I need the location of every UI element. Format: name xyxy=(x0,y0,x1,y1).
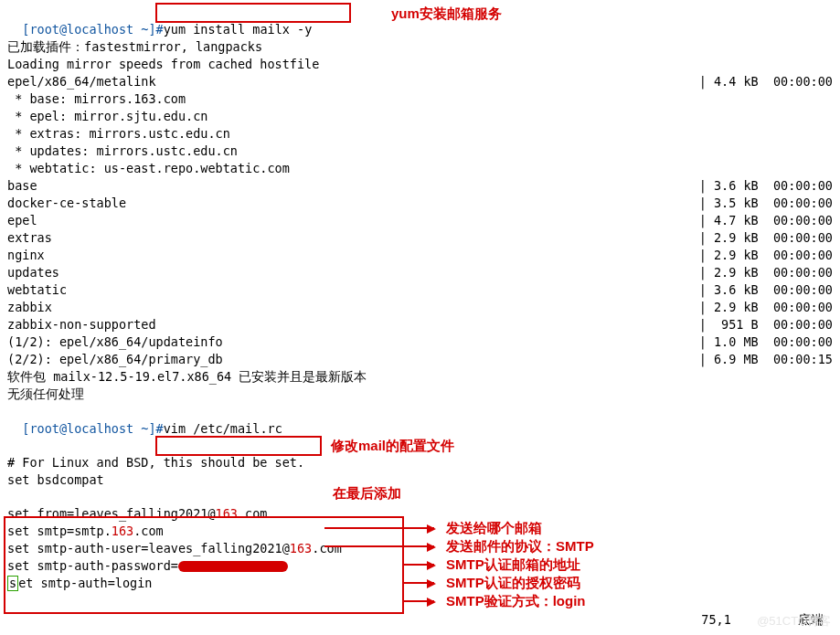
explain-pass: SMTP认证的授权密码 xyxy=(446,574,580,591)
explain-from: 发送给哪个邮箱 xyxy=(446,519,542,536)
repo-row: (2/2): epel/x86_64/primary_db| 6.9 MB 00… xyxy=(7,351,833,368)
prompt-line-2: [root@localhost ~]#vim /etc/mail.rc xyxy=(7,403,833,438)
out-plugins: 已加载插件：fastestmirror, langpacks xyxy=(7,38,833,56)
vim-comment: # For Linux and BSD, this should be set. xyxy=(7,454,833,471)
prompt-hash: # xyxy=(156,22,164,37)
anno-vim: 修改mail的配置文件 xyxy=(331,437,454,454)
prompt-user: [root@localhost ~] xyxy=(22,421,155,436)
mirror-line: * updates: mirrors.ustc.edu.cn xyxy=(7,143,833,160)
vim-cursor: s xyxy=(7,576,18,591)
repo-row: webtatic| 3.6 kB 00:00:00 xyxy=(7,281,833,299)
repo-row: epel| 4.7 kB 00:00:00 xyxy=(7,212,833,229)
repo-row: docker-ce-stable| 3.5 kB 00:00:00 xyxy=(7,195,833,212)
repo-row: nginx| 2.9 kB 00:00:00 xyxy=(7,247,833,264)
repo-row: zabbix-non-supported| 951 B 00:00:00 xyxy=(7,316,833,333)
repo-size: | 4.4 kB 00:00:00 xyxy=(699,73,833,90)
cfg-pass[interactable]: set smtp-auth-password= xyxy=(7,557,833,575)
anno-add: 在最后添加 xyxy=(333,484,401,502)
prompt-user: [root@localhost ~] xyxy=(22,22,155,37)
cmd-yum[interactable]: yum install mailx -y xyxy=(164,22,313,37)
arrow-icon xyxy=(402,582,434,584)
mirror-line: * webtatic: us-east.repo.webtatic.com xyxy=(7,160,833,177)
repo-name: epel/x86_64/metalink xyxy=(7,73,156,90)
repo-row: extras| 2.9 kB 00:00:00 xyxy=(7,229,833,247)
cmd-vim[interactable]: vim /etc/mail.rc xyxy=(164,421,282,436)
explain-auth: SMTP验证方式：login xyxy=(446,592,586,609)
arrow-icon xyxy=(402,600,434,602)
vim-pos: 75,1 xyxy=(701,612,731,627)
arrow-icon xyxy=(324,527,434,529)
mirror-line: * extras: mirrors.ustc.edu.cn xyxy=(7,125,833,143)
repo-row: base| 3.6 kB 00:00:00 xyxy=(7,177,833,195)
explain-user: SMTP认证邮箱的地址 xyxy=(446,556,580,573)
watermark: @51CTO博客 xyxy=(757,612,831,630)
redacted-password xyxy=(178,561,288,572)
cfg-smtp[interactable]: set smtp=smtp.163.com xyxy=(7,523,833,540)
mirror-line: * epel: mirror.sjtu.edu.cn xyxy=(7,108,833,125)
cfg-user[interactable]: set smtp-auth-user=leaves_falling2021@16… xyxy=(7,540,833,557)
anno-yum: yum安装邮箱服务 xyxy=(391,5,502,22)
out-loading: Loading mirror speeds from cached hostfi… xyxy=(7,56,833,73)
repo-row-metalink: epel/x86_64/metalink | 4.4 kB 00:00:00 xyxy=(7,73,833,90)
repo-row: zabbix| 2.9 kB 00:00:00 xyxy=(7,299,833,316)
arrow-icon xyxy=(324,545,434,547)
explain-smtp: 发送邮件的协议：SMTP xyxy=(446,537,594,555)
arrow-icon xyxy=(402,564,434,566)
vim-set-bsd: set bsdcompat xyxy=(7,471,833,489)
pkg-status: 软件包 mailx-12.5-19.el7.x86_64 已安装并且是最新版本 xyxy=(7,368,833,386)
repo-row: (1/2): epel/x86_64/updateinfo| 1.0 MB 00… xyxy=(7,333,833,351)
mirror-line: * base: mirrors.163.com xyxy=(7,90,833,108)
cfg-from[interactable]: set from=leaves_falling2021@163.com xyxy=(7,505,833,523)
noop: 无须任何处理 xyxy=(7,386,833,403)
prompt-hash: # xyxy=(156,421,164,436)
repo-row: updates| 2.9 kB 00:00:00 xyxy=(7,264,833,281)
